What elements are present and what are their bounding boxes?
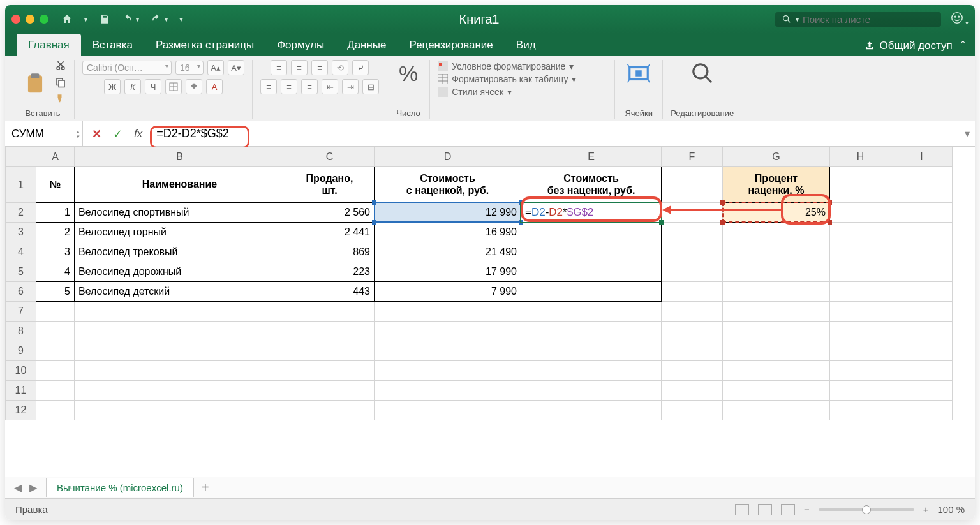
cell[interactable]: [662, 203, 723, 223]
cell[interactable]: [662, 381, 723, 401]
cell[interactable]: [723, 341, 830, 361]
cut-icon[interactable]: [55, 60, 66, 74]
copy-icon[interactable]: [55, 77, 66, 91]
cell-D2[interactable]: 12 990: [375, 203, 521, 223]
zoom-slider[interactable]: [819, 508, 914, 511]
tab-formulas[interactable]: Формулы: [265, 34, 336, 56]
cell[interactable]: [830, 302, 891, 322]
cell[interactable]: [285, 341, 375, 361]
row-header[interactable]: 1: [6, 167, 36, 203]
cell[interactable]: Велосипед трековый: [75, 242, 285, 262]
row-header[interactable]: 3: [6, 223, 36, 242]
cell[interactable]: 2: [36, 223, 75, 242]
cell[interactable]: [830, 322, 891, 341]
tab-page-layout[interactable]: Разметка страницы: [144, 34, 265, 56]
close-window[interactable]: [11, 15, 20, 24]
cell[interactable]: [830, 381, 891, 401]
cell[interactable]: [723, 401, 830, 420]
cell[interactable]: Велосипед детский: [75, 282, 285, 302]
cell[interactable]: 7 990: [375, 282, 521, 302]
cell[interactable]: [830, 203, 891, 223]
qa-dropdown-icon[interactable]: ▾: [84, 16, 87, 23]
cell[interactable]: [36, 381, 75, 401]
name-box-spinner[interactable]: ▴▾: [77, 129, 80, 139]
cell[interactable]: [662, 223, 723, 242]
cell[interactable]: Велосипед дорожный: [75, 262, 285, 282]
cell[interactable]: [830, 401, 891, 420]
align-right-button[interactable]: ≡: [301, 79, 318, 94]
cell-B2[interactable]: Велосипед спортивный: [75, 203, 285, 223]
col-header-C[interactable]: C: [285, 147, 375, 167]
cell[interactable]: [521, 282, 662, 302]
header-sold[interactable]: Продано, шт.: [285, 167, 375, 203]
cell[interactable]: [375, 302, 521, 322]
cell[interactable]: [830, 341, 891, 361]
cell[interactable]: 4: [36, 262, 75, 282]
row-header[interactable]: 5: [6, 262, 36, 282]
cell[interactable]: [285, 322, 375, 341]
header-cost-nomarkup[interactable]: Стоимость без наценки, руб.: [521, 167, 662, 203]
cell[interactable]: [723, 262, 830, 282]
cell[interactable]: [723, 223, 830, 242]
col-header-A[interactable]: A: [36, 147, 75, 167]
cell[interactable]: [375, 401, 521, 420]
cell[interactable]: [891, 167, 953, 203]
search-dropdown-icon[interactable]: ▾: [796, 16, 799, 23]
expand-formula-bar[interactable]: ▾: [960, 128, 975, 140]
cell[interactable]: [521, 401, 662, 420]
cell[interactable]: Велосипед горный: [75, 223, 285, 242]
cell[interactable]: [521, 361, 662, 381]
cell-G2[interactable]: 25%: [723, 203, 830, 223]
cell[interactable]: [830, 242, 891, 262]
align-left-button[interactable]: ≡: [260, 79, 277, 94]
cell[interactable]: [521, 223, 662, 242]
header-markup-pct[interactable]: Процент наценки, %: [723, 167, 830, 203]
cancel-formula-button[interactable]: ✕: [92, 127, 101, 141]
header-name[interactable]: Наименование: [75, 167, 285, 203]
italic-button[interactable]: К: [124, 79, 141, 94]
editing-button[interactable]: [687, 60, 718, 87]
cell[interactable]: [830, 361, 891, 381]
format-painter-icon[interactable]: [55, 93, 66, 107]
cell[interactable]: [36, 361, 75, 381]
col-header-F[interactable]: F: [662, 147, 723, 167]
cell[interactable]: [662, 361, 723, 381]
cell[interactable]: [891, 341, 953, 361]
cell[interactable]: [662, 262, 723, 282]
cell[interactable]: 17 990: [375, 262, 521, 282]
zoom-level[interactable]: 100 %: [937, 504, 965, 515]
cell[interactable]: 443: [285, 282, 375, 302]
cell[interactable]: [75, 381, 285, 401]
row-header[interactable]: 9: [6, 341, 36, 361]
tab-review[interactable]: Рецензирование: [398, 34, 505, 56]
collapse-ribbon-icon[interactable]: ˆ: [961, 40, 965, 52]
cell[interactable]: [662, 401, 723, 420]
col-header-H[interactable]: H: [830, 147, 891, 167]
zoom-window[interactable]: [40, 15, 48, 24]
sheet-nav-prev[interactable]: ◀: [14, 482, 22, 494]
align-center-button[interactable]: ≡: [281, 79, 297, 94]
cell[interactable]: [75, 341, 285, 361]
cell[interactable]: [521, 302, 662, 322]
cell[interactable]: [375, 381, 521, 401]
worksheet-grid[interactable]: A B C D E F G H I 1 № Наименование Прода…: [5, 147, 975, 477]
cell[interactable]: 2 441: [285, 223, 375, 242]
decrease-indent-button[interactable]: ⇤: [322, 79, 338, 94]
cell[interactable]: 3: [36, 242, 75, 262]
borders-button[interactable]: [165, 79, 182, 94]
view-page-layout-button[interactable]: [758, 504, 772, 515]
font-size-select[interactable]: 16: [175, 61, 204, 75]
save-icon[interactable]: [99, 13, 110, 25]
share-button[interactable]: Общий доступ: [864, 40, 952, 52]
cell[interactable]: [891, 401, 953, 420]
row-header[interactable]: 8: [6, 322, 36, 341]
col-header-E[interactable]: E: [521, 147, 662, 167]
cell[interactable]: [521, 242, 662, 262]
cell[interactable]: [75, 302, 285, 322]
row-header[interactable]: 12: [6, 401, 36, 420]
align-middle-button[interactable]: ≡: [291, 60, 308, 75]
merge-button[interactable]: ⊟: [362, 79, 379, 94]
cell[interactable]: [891, 262, 953, 282]
cell[interactable]: [723, 322, 830, 341]
name-box[interactable]: СУММ ▴▾: [5, 121, 83, 146]
